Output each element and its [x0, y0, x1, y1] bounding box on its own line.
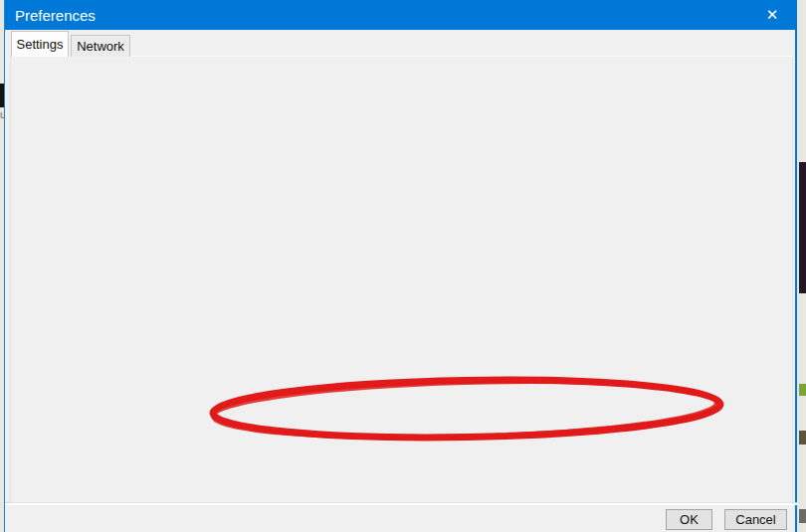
backdrop-right-strip: [799, 0, 806, 532]
ok-button[interactable]: OK: [666, 509, 712, 530]
settings-panel: [10, 56, 793, 503]
tab-network[interactable]: Network: [71, 35, 130, 57]
tab-settings[interactable]: Settings: [11, 31, 69, 57]
backdrop-code-fragment: [799, 162, 806, 293]
title-bar[interactable]: Preferences ✕: [5, 0, 795, 30]
cancel-button[interactable]: Cancel: [724, 509, 787, 530]
close-icon[interactable]: ✕: [753, 0, 791, 30]
window-title: Preferences: [15, 7, 96, 24]
preferences-dialog: Preferences ✕ Settings Network Sketchboo…: [4, 0, 797, 532]
